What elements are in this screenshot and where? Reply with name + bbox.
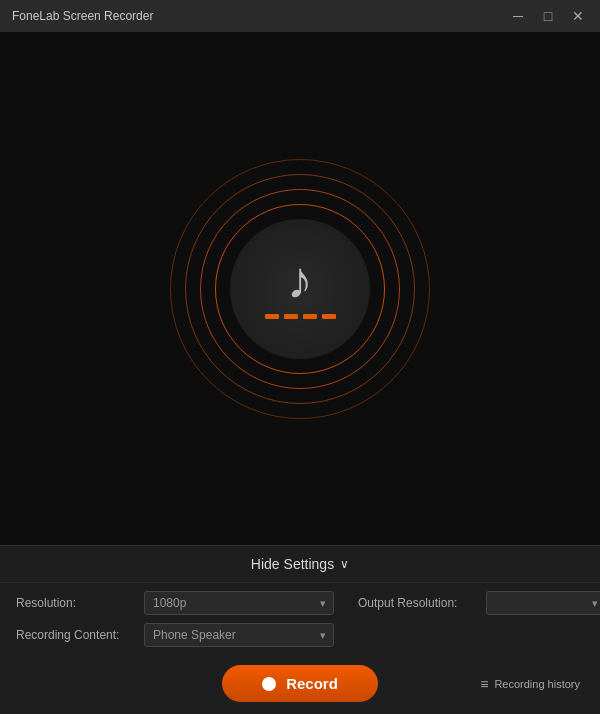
music-note-icon: ♪ <box>287 254 313 306</box>
main-canvas: ♪ <box>0 32 600 545</box>
record-dot-icon <box>262 677 276 691</box>
hide-settings-toggle[interactable]: Hide Settings ∨ <box>0 546 600 583</box>
chevron-down-icon: ∨ <box>340 557 349 571</box>
resolution-row: Resolution: 1080p 720p 480p Output Resol… <box>16 591 584 615</box>
rings-container: ♪ <box>170 159 430 419</box>
audio-bars <box>265 314 336 319</box>
recording-history-label: Recording history <box>494 678 580 690</box>
resolution-select-wrapper: 1080p 720p 480p <box>144 591 334 615</box>
output-resolution-select[interactable]: 1080p 720p <box>486 591 600 615</box>
list-icon: ≡ <box>480 676 488 692</box>
settings-rows: Resolution: 1080p 720p 480p Output Resol… <box>0 583 600 655</box>
recording-content-select-wrapper: Phone Speaker Microphone System Audio <box>144 623 334 647</box>
minimize-button[interactable]: ─ <box>504 6 532 26</box>
output-resolution-label: Output Resolution: <box>358 596 478 610</box>
recording-history-button[interactable]: ≡ Recording history <box>480 676 580 692</box>
app-title: FoneLab Screen Recorder <box>12 9 153 23</box>
audio-bar-3 <box>303 314 317 319</box>
bottom-panel: Hide Settings ∨ Resolution: 1080p 720p 4… <box>0 545 600 714</box>
audio-bar-1 <box>265 314 279 319</box>
output-resolution-select-wrapper: 1080p 720p <box>486 591 600 615</box>
close-button[interactable]: ✕ <box>564 6 592 26</box>
window-controls: ─ □ ✕ <box>504 6 592 26</box>
record-button[interactable]: Record <box>222 665 378 702</box>
record-label: Record <box>286 675 338 692</box>
inner-circle: ♪ <box>230 219 370 359</box>
resolution-label: Resolution: <box>16 596 136 610</box>
title-bar: FoneLab Screen Recorder ─ □ ✕ <box>0 0 600 32</box>
recording-content-row: Recording Content: Phone Speaker Microph… <box>16 623 584 647</box>
resolution-select[interactable]: 1080p 720p 480p <box>144 591 334 615</box>
audio-bar-2 <box>284 314 298 319</box>
audio-bar-4 <box>322 314 336 319</box>
maximize-button[interactable]: □ <box>534 6 562 26</box>
action-row: Record ≡ Recording history <box>0 655 600 714</box>
recording-content-select[interactable]: Phone Speaker Microphone System Audio <box>144 623 334 647</box>
recording-content-label: Recording Content: <box>16 628 136 642</box>
hide-settings-label: Hide Settings <box>251 556 334 572</box>
